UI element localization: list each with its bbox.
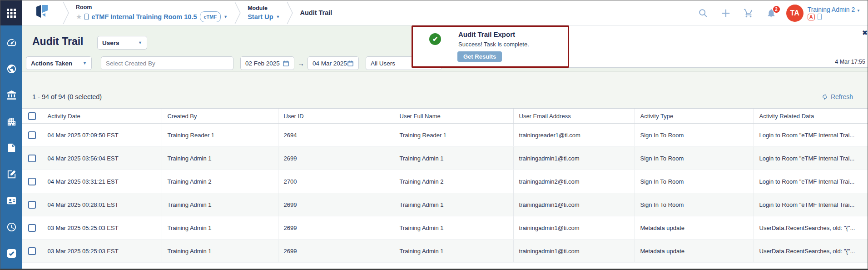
notifications-bell-icon[interactable]: 2 [766, 8, 776, 18]
brand-logo[interactable] [22, 0, 62, 25]
breadcrumb-current-page: Audit Trail [293, 0, 338, 25]
column-header[interactable]: User Full Name [394, 109, 513, 124]
table-cell: 2699 [278, 240, 394, 263]
favorite-star-icon[interactable]: ★ [76, 12, 82, 21]
top-bar-actions: 2 TA Training Admin 2 ▼ A [685, 0, 860, 25]
refresh-button[interactable]: Refresh [822, 93, 853, 100]
notification-title: Audit Trail Export [458, 30, 515, 38]
cart-icon[interactable] [744, 8, 754, 18]
row-checkbox[interactable] [28, 178, 36, 185]
table-cell: Training Admin 1 [162, 216, 278, 240]
sidebar-nav [0, 25, 22, 269]
audit-type-value: Users [102, 40, 119, 46]
id-card-icon[interactable] [6, 195, 17, 206]
search-icon[interactable] [698, 8, 708, 18]
breadcrumb-room: Room ★ eTMF Internal Training Room 10.5 … [69, 0, 234, 25]
table-cell: trainingadmin1@ti.com [513, 216, 635, 240]
column-header[interactable]: User Email Address [513, 109, 635, 124]
facility-building-icon[interactable] [6, 116, 17, 127]
row-checkbox[interactable] [28, 247, 36, 255]
table-cell: Training Admin 1 [394, 216, 513, 240]
table-cell: UserData.RecentSearches, old: "{"... [754, 240, 868, 263]
document-icon[interactable] [6, 143, 17, 153]
globe-icon[interactable] [6, 64, 17, 74]
user-name-dropdown[interactable]: Training Admin 2 ▼ [808, 6, 860, 13]
table-cell: trainingadmin1@ti.com [513, 147, 635, 170]
table-cell: Sign In To Room [635, 124, 754, 147]
row-checkbox[interactable] [28, 224, 36, 232]
table-cell: trainingreader1@ti.com [513, 124, 635, 147]
table-cell: UserData.RecentSearches, old: "{"... [754, 216, 868, 240]
table-cell: 2699 [278, 193, 394, 216]
table-cell: Training Admin 1 [394, 147, 513, 170]
date-from-value: 02 Feb 2025 [245, 60, 280, 67]
column-header[interactable]: Activity Date [42, 109, 162, 124]
table-cell: trainingadmin2@ti.com [513, 170, 635, 193]
notification-timestamp: 4 Mar 17:55 [835, 59, 865, 65]
calendar-icon [283, 60, 289, 67]
edit-icon[interactable] [6, 169, 17, 180]
actions-taken-dropdown[interactable]: Actions Taken ▼ [26, 56, 92, 70]
table-cell: Training Admin 1 [394, 240, 513, 263]
date-to-value: 04 Mar 2025 [312, 60, 347, 67]
row-checkbox[interactable] [28, 155, 36, 162]
room-name-link[interactable]: eTMF Internal Training Room 10.5 [91, 12, 197, 21]
table-cell: 04 Mar 2025 07:09:50 EST [42, 124, 162, 147]
select-all-checkbox[interactable] [28, 112, 36, 120]
user-avatar[interactable]: TA [786, 5, 804, 22]
user-menu: Training Admin 2 ▼ A [808, 6, 860, 20]
table-cell: 04 Mar 2025 03:56:04 EST [42, 147, 162, 170]
audit-type-dropdown[interactable]: Users ▼ [97, 36, 147, 50]
module-name-link[interactable]: Start Up [248, 12, 273, 21]
table-cell: Login to Room "eTMF Internal Trai... [754, 170, 868, 193]
clock-icon[interactable] [6, 222, 17, 232]
app-window: Room ★ eTMF Internal Training Room 10.5 … [0, 0, 868, 270]
actions-taken-value: Actions Taken [31, 60, 72, 67]
breadcrumb-separator [286, 0, 293, 25]
table-cell: Metadata update [635, 216, 754, 240]
table-cell: Metadata update [635, 240, 754, 263]
mobile-device-icon [84, 14, 89, 20]
date-to-field[interactable]: 04 Mar 2025 [308, 56, 359, 70]
app-launcher-button[interactable] [0, 0, 22, 25]
date-range-arrow-icon: → [298, 60, 304, 67]
dashboard-gauge-icon[interactable] [6, 37, 17, 48]
chevron-down-icon[interactable]: ▼ [276, 12, 280, 21]
column-header[interactable]: User ID [278, 109, 394, 124]
notification-message: Success! Task is complete. [458, 41, 529, 48]
add-icon[interactable] [721, 8, 731, 18]
date-from-field[interactable]: 02 Feb 2025 [240, 56, 294, 70]
grid-icon [7, 9, 16, 18]
notification-count-badge: 2 [773, 6, 780, 13]
created-by-field [101, 56, 233, 70]
created-by-input[interactable] [106, 60, 228, 67]
chevron-down-icon[interactable]: ▼ [223, 12, 228, 21]
table-cell: Training Admin 2 [394, 170, 513, 193]
row-checkbox[interactable] [28, 131, 36, 139]
table-cell: Training Reader 1 [162, 124, 278, 147]
column-header[interactable]: Activity Type [635, 109, 754, 124]
table-cell: 04 Mar 2025 03:31:21 EST [42, 170, 162, 193]
bank-icon[interactable] [6, 90, 17, 100]
breadcrumb-separator [62, 0, 69, 25]
table-row: 04 Mar 2025 03:31:21 ESTTraining Admin 2… [22, 170, 868, 193]
table-cell: Login to Room "eTMF Internal Trai... [754, 124, 868, 147]
table-cell: Training Admin 1 [162, 147, 278, 170]
audit-table: Activity DateCreated ByUser IDUser Full … [22, 108, 868, 263]
table-row: 04 Mar 2025 07:09:50 ESTTraining Reader … [22, 124, 868, 147]
column-header[interactable]: Activity Related Data [754, 109, 868, 124]
get-results-button[interactable]: Get Results [457, 51, 502, 62]
room-type-badge: eTMF [200, 11, 221, 22]
table-cell: 03 Mar 2025 05:25:03 EST [42, 240, 162, 263]
table-cell: 2699 [278, 147, 394, 170]
refresh-icon [822, 94, 828, 100]
table-cell: 03 Mar 2025 05:25:03 EST [42, 216, 162, 240]
task-check-icon[interactable] [6, 248, 17, 259]
row-checkbox[interactable] [28, 201, 36, 209]
column-header[interactable]: Created By [162, 109, 278, 124]
table-header-row: Activity DateCreated ByUser IDUser Full … [22, 109, 868, 124]
table-cell: trainingadmin1@ti.com [513, 193, 635, 216]
chevron-down-icon: ▼ [83, 61, 87, 65]
success-check-icon: ✔ [429, 33, 441, 45]
close-icon[interactable]: ✖ [862, 29, 868, 36]
